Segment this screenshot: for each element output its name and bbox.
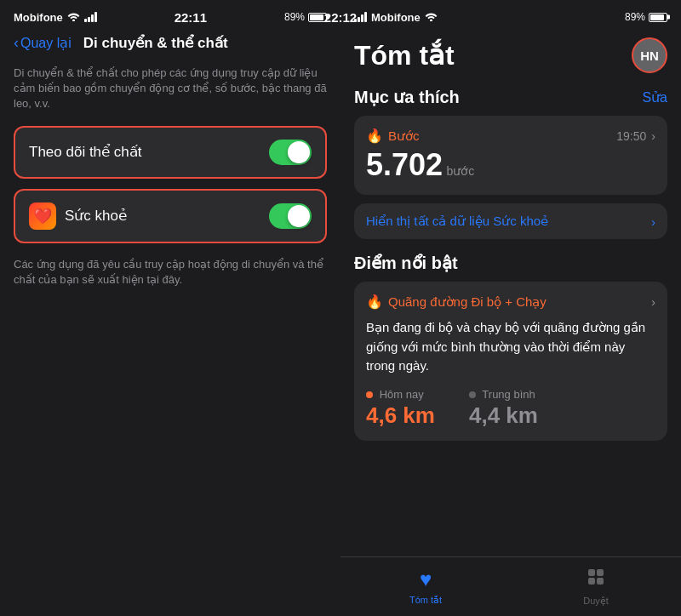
- highlight-chevron-icon: ›: [651, 294, 655, 309]
- back-label: Quay lại: [20, 35, 72, 51]
- wifi-icon-right: [425, 11, 438, 24]
- tab-tom-tat[interactable]: ♥ Tóm tắt: [340, 568, 511, 606]
- suc-khoe-label: Sức khoẻ: [65, 207, 127, 225]
- hien-thi-chevron-icon: ›: [651, 214, 655, 229]
- carrier-right: Mobifone: [371, 11, 421, 24]
- highlight-card-title-row: 🔥 Quãng đường Đi bộ + Chạy ›: [366, 294, 655, 310]
- svg-rect-0: [588, 569, 595, 576]
- buoc-right: 19:50 ›: [616, 129, 655, 143]
- heart-tab-icon: ♥: [420, 568, 432, 591]
- highlight-card[interactable]: 🔥 Quãng đường Đi bộ + Chạy › Bạn đang đi…: [354, 282, 667, 441]
- hom-nay-stat: Hôm nay 4,6 km: [366, 388, 435, 429]
- description-text: Di chuyển & thể chất cho phép các ứng dụ…: [0, 59, 340, 126]
- buoc-title-area: 🔥 Bước: [366, 128, 420, 144]
- svg-rect-2: [588, 578, 595, 585]
- hom-nay-value: 4,6 km: [366, 402, 435, 429]
- grid-tab-icon: [586, 567, 606, 592]
- right-panel: Mobifone 22:12 89% Tóm tắt HN Mục ưa thí…: [340, 0, 681, 616]
- trung-binh-label: Trung bình: [469, 388, 538, 401]
- hien-thi-text: Hiển thị tất cả dữ liệu Sức khoẻ: [366, 214, 548, 229]
- status-bar-right: Mobifone 22:12 89%: [340, 0, 681, 31]
- footer-desc: Các ứng dụng đã yêu cầu truy cập hoạt độ…: [0, 254, 340, 291]
- battery-pct-left: 89%: [284, 11, 305, 23]
- fire-icon-highlight: 🔥: [366, 294, 383, 310]
- diem-noi-bat-section: Điểm nổi bật 🔥 Quãng đường Đi bộ + Chạy …: [354, 253, 667, 441]
- tom-tat-title: Tóm tắt: [354, 39, 455, 71]
- theo-doi-label: Theo dõi thể chất: [29, 143, 141, 161]
- tab-duyet[interactable]: Duyệt: [511, 567, 681, 607]
- buoc-unit: bước: [447, 164, 475, 178]
- time-right: 22:12: [340, 10, 357, 25]
- page-title: Di chuyển & thể chất: [83, 34, 228, 52]
- highlight-title-left: 🔥 Quãng đường Đi bộ + Chạy: [366, 294, 547, 310]
- time-left: 22:11: [175, 10, 207, 25]
- left-panel: Mobifone 22:11 89% ‹ Quay lại Di chuyển …: [0, 0, 340, 616]
- buoc-chevron-icon: ›: [651, 129, 655, 143]
- back-arrow-icon: ‹: [14, 34, 19, 52]
- hom-nay-label: Hôm nay: [366, 388, 435, 401]
- left-status-info: Mobifone: [14, 11, 97, 24]
- health-app-icon: ❤️: [29, 202, 56, 230]
- muc-ua-thich-title: Mục ưa thích: [354, 87, 460, 107]
- sua-link[interactable]: Sửa: [642, 89, 667, 106]
- tab-tom-tat-label: Tóm tắt: [409, 595, 442, 606]
- stats-row: Hôm nay 4,6 km Trung bình 4,4 km: [366, 388, 655, 429]
- suc-khoe-row[interactable]: ❤️ Sức khoẻ: [15, 191, 325, 242]
- user-avatar[interactable]: HN: [632, 37, 667, 73]
- right-status-left: Mobifone: [354, 11, 438, 24]
- theo-doi-section: Theo dõi thể chất: [14, 126, 327, 179]
- diem-noi-bat-title: Điểm nổi bật: [354, 253, 667, 273]
- carrier-left: Mobifone: [14, 11, 63, 24]
- svg-rect-1: [597, 569, 604, 576]
- buoc-count-row: 5.702 bước: [366, 147, 655, 183]
- buoc-time: 19:50: [616, 129, 646, 143]
- hom-nay-dot: [366, 391, 373, 398]
- buoc-count: 5.702: [366, 147, 443, 182]
- right-content: Tóm tắt HN Mục ưa thích Sửa 🔥 Bước 19:50…: [340, 31, 681, 556]
- nav-bar-left: ‹ Quay lại Di chuyển & thể chất: [0, 31, 340, 59]
- suc-khoe-knob: [288, 205, 310, 227]
- battery-pct-right: 89%: [625, 11, 645, 23]
- battery-icon-right: [649, 13, 667, 22]
- suc-khoe-left: ❤️ Sức khoẻ: [29, 202, 127, 230]
- highlight-description: Bạn đang đi bộ và chạy bộ với quãng đườn…: [366, 318, 655, 376]
- trung-binh-dot: [469, 391, 476, 398]
- theo-doi-toggle[interactable]: [269, 140, 312, 165]
- muc-ua-thich-header: Mục ưa thích Sửa: [354, 87, 667, 107]
- buoc-card-header: 🔥 Bước 19:50 ›: [366, 128, 655, 144]
- tab-duyet-label: Duyệt: [583, 596, 609, 607]
- status-bar-left: Mobifone 22:11 89%: [0, 0, 340, 31]
- trung-binh-stat: Trung bình 4,4 km: [469, 388, 538, 429]
- suc-khoe-section: ❤️ Sức khoẻ: [14, 189, 327, 243]
- fire-icon-buoc: 🔥: [366, 128, 383, 144]
- suc-khoe-toggle[interactable]: [269, 203, 312, 229]
- wifi-icon-left: [67, 11, 80, 24]
- back-button[interactable]: ‹ Quay lại: [14, 34, 72, 52]
- svg-rect-3: [597, 578, 604, 585]
- buoc-card[interactable]: 🔥 Bước 19:50 › 5.702 bước: [354, 116, 667, 195]
- battery-area-left: 89%: [284, 11, 327, 23]
- trung-binh-value: 4,4 km: [469, 402, 538, 429]
- signal-icon-left: [84, 12, 97, 22]
- toggle-knob: [288, 141, 310, 163]
- highlight-card-label: Quãng đường Đi bộ + Chạy: [388, 294, 547, 310]
- hien-thi-link[interactable]: Hiển thị tất cả dữ liệu Sức khoẻ ›: [354, 203, 667, 239]
- battery-area-right: 89%: [625, 11, 667, 23]
- tab-bar: ♥ Tóm tắt Duyệt: [340, 556, 681, 616]
- buoc-label: Bước: [388, 128, 420, 144]
- theo-doi-row[interactable]: Theo dõi thể chất: [15, 128, 325, 177]
- tom-tat-header: Tóm tắt HN: [354, 31, 667, 87]
